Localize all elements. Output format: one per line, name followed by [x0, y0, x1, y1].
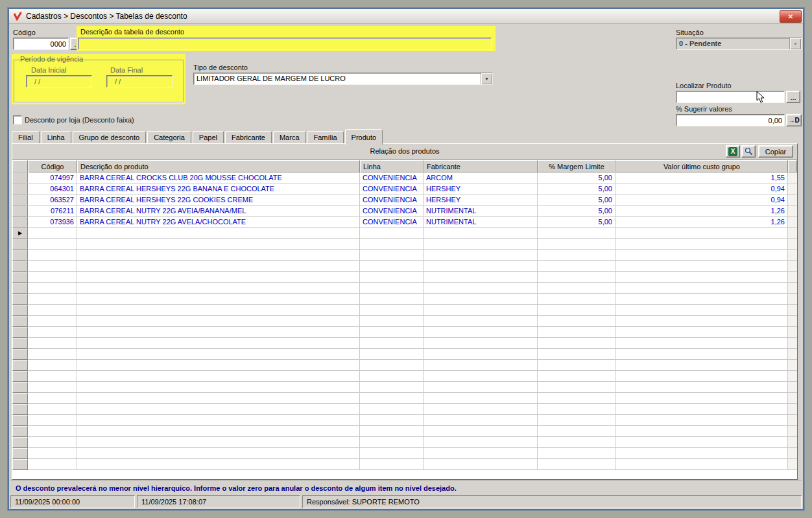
close-button[interactable]: ✕	[780, 10, 802, 23]
grid-cell[interactable]: 5,00	[538, 183, 615, 194]
grid-cell[interactable]	[615, 327, 788, 338]
table-row[interactable]: 074997BARRA CEREAL CROCKS CLUB 20G MOUSS…	[12, 172, 797, 183]
row-selector[interactable]	[12, 338, 28, 349]
grid-cell[interactable]: CONVENIENCIA	[360, 217, 424, 228]
grid-cell[interactable]	[538, 316, 615, 327]
grid-cell[interactable]	[77, 228, 360, 239]
grid-cell[interactable]	[615, 415, 788, 426]
row-selector[interactable]	[12, 415, 28, 426]
grid-cell[interactable]	[77, 426, 360, 437]
grid-cell[interactable]: CONVENIENCIA	[360, 194, 424, 206]
grid-cell[interactable]	[28, 404, 77, 415]
grid-cell[interactable]	[360, 316, 424, 327]
tab-papel[interactable]: Papel	[193, 131, 224, 143]
row-selector[interactable]	[12, 349, 28, 360]
row-selector[interactable]	[12, 272, 28, 283]
grid-cell[interactable]	[77, 305, 360, 316]
grid-cell[interactable]	[28, 228, 77, 239]
grid-cell[interactable]	[615, 228, 788, 239]
table-row[interactable]	[12, 250, 797, 261]
grid-cell[interactable]	[360, 272, 424, 283]
codigo-input[interactable]	[13, 38, 69, 50]
table-row[interactable]: 064301BARRA CEREAL HERSHEYS 22G BANANA E…	[12, 183, 797, 194]
row-selector[interactable]	[12, 261, 28, 272]
grid-cell[interactable]: BARRA CEREAL HERSHEYS 22G BANANA E CHOCO…	[77, 183, 360, 194]
grid-cell[interactable]	[28, 294, 77, 305]
table-row[interactable]	[12, 448, 797, 459]
grid-cell[interactable]	[360, 393, 424, 404]
table-row[interactable]: ▶	[12, 228, 797, 239]
grid-cell[interactable]	[615, 448, 788, 459]
grid-cell[interactable]: 5,00	[538, 217, 615, 228]
grid-cell[interactable]	[424, 316, 538, 327]
grid-cell[interactable]: 063527	[28, 194, 77, 206]
grid-cell[interactable]	[360, 305, 424, 316]
grid-cell[interactable]	[77, 415, 360, 426]
grid-cell[interactable]	[538, 393, 615, 404]
export-excel-button[interactable]: X	[726, 145, 740, 158]
grid-cell[interactable]	[424, 360, 538, 371]
grid-cell[interactable]	[28, 261, 77, 272]
grid-cell[interactable]	[424, 294, 538, 305]
grid-cell[interactable]	[28, 360, 77, 371]
grid-cell[interactable]	[538, 228, 615, 239]
sugerir-valores-input[interactable]	[676, 114, 785, 126]
copiar-button[interactable]: Copiar	[758, 145, 793, 158]
grid-cell[interactable]	[538, 371, 615, 382]
row-selector[interactable]	[12, 327, 28, 338]
grid-cell[interactable]	[615, 261, 788, 272]
row-selector[interactable]	[12, 183, 28, 194]
row-selector[interactable]	[12, 437, 28, 448]
grid-cell[interactable]	[538, 272, 615, 283]
grid-cell[interactable]	[360, 426, 424, 437]
grid-cell[interactable]	[615, 294, 788, 305]
tipo-desconto-select[interactable]: LIMITADOR GERAL DE MARGEM DE LUCRO ▼	[193, 73, 493, 85]
grid-cell[interactable]	[424, 349, 538, 360]
row-selector[interactable]	[12, 382, 28, 393]
grid-cell[interactable]	[360, 261, 424, 272]
grid-cell[interactable]	[424, 283, 538, 294]
table-row[interactable]	[12, 371, 797, 382]
grid-cell[interactable]	[538, 305, 615, 316]
grid-cell[interactable]	[615, 305, 788, 316]
grid-cell[interactable]: 073936	[28, 217, 77, 228]
row-selector[interactable]	[12, 217, 28, 228]
grid-cell[interactable]	[538, 349, 615, 360]
row-selector[interactable]: ▶	[12, 228, 28, 239]
row-selector[interactable]	[12, 404, 28, 415]
descricao-input[interactable]	[78, 38, 492, 50]
grid-cell[interactable]	[424, 448, 538, 459]
grid-cell[interactable]	[538, 327, 615, 338]
grid-cell[interactable]	[424, 426, 538, 437]
grid-cell[interactable]	[538, 404, 615, 415]
grid-cell[interactable]	[28, 382, 77, 393]
row-selector[interactable]	[12, 316, 28, 327]
grid-cell[interactable]	[77, 250, 360, 261]
grid-cell[interactable]	[77, 338, 360, 349]
grid-cell[interactable]	[424, 250, 538, 261]
grid-cell[interactable]	[77, 272, 360, 283]
grid-cell[interactable]: 1,26	[615, 217, 788, 228]
grid-cell[interactable]	[538, 239, 615, 250]
tab-grupo-de-desconto[interactable]: Grupo de desconto	[73, 131, 147, 143]
grid-cell[interactable]	[360, 239, 424, 250]
row-selector[interactable]	[12, 172, 28, 183]
grid-cell[interactable]	[28, 327, 77, 338]
grid-cell[interactable]	[538, 382, 615, 393]
grid-cell[interactable]: BARRA CEREAL HERSHEYS 22G COOKIES CREME	[77, 194, 360, 206]
grid-cell[interactable]	[77, 349, 360, 360]
row-selector[interactable]	[12, 426, 28, 437]
grid-cell[interactable]	[424, 371, 538, 382]
tab-linha[interactable]: Linha	[41, 131, 71, 143]
desconto-loja-checkbox[interactable]	[13, 115, 22, 124]
table-row[interactable]	[12, 404, 797, 415]
tab-produto[interactable]: Produto	[345, 129, 383, 145]
grid-cell[interactable]	[77, 261, 360, 272]
grid-cell[interactable]: CONVENIENCIA	[360, 172, 424, 183]
grid-cell[interactable]	[360, 327, 424, 338]
table-row[interactable]	[12, 283, 797, 294]
tab-filial[interactable]: Filial	[12, 131, 40, 143]
grid-cell[interactable]	[360, 294, 424, 305]
tab-fabricante[interactable]: Fabricante	[225, 131, 272, 143]
grid-cell[interactable]: CONVENIENCIA	[360, 206, 424, 217]
